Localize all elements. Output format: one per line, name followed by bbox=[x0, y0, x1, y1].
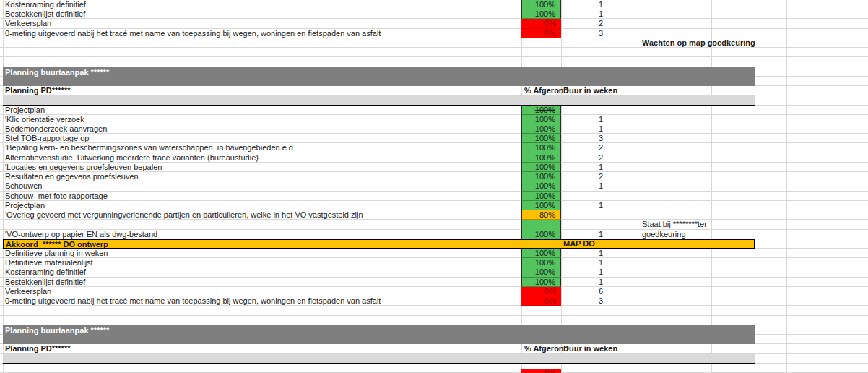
task-cell[interactable]: Kostenraming definitief bbox=[5, 0, 868, 9]
table-row: 0-meting uitgevoerd nabij het tracé met … bbox=[0, 296, 868, 306]
table-row: Resultaten en gegevens proefsleuven100%2 bbox=[0, 172, 868, 181]
percent-cell[interactable]: 100% bbox=[521, 249, 561, 258]
table-row: 'Locaties en gegevens proefsleuven bepal… bbox=[0, 163, 868, 172]
duration-column-header[interactable]: Duur in weken bbox=[563, 344, 617, 353]
percent-cell[interactable]: 100% bbox=[521, 278, 561, 287]
table-row: Bestekkenlijst definitief100%1 bbox=[0, 278, 868, 287]
task-cell[interactable]: 'VO-ontwerp op papier EN als dwg-bestand bbox=[5, 230, 868, 239]
percent-cell[interactable]: 100% bbox=[521, 201, 561, 210]
duration-cell[interactable]: 1 bbox=[561, 181, 641, 191]
percent-cell[interactable]: 100% bbox=[521, 267, 561, 277]
task-cell[interactable]: Resultaten en gegevens proefsleuven bbox=[5, 172, 868, 181]
percent-cell[interactable]: 100% bbox=[521, 181, 561, 191]
map-do-label: MAP DO bbox=[563, 239, 595, 249]
akkoord-label: Akkoord ****** DO ontwerp bbox=[6, 240, 754, 248]
percent-cell[interactable]: 100% bbox=[521, 172, 561, 181]
task-cell[interactable]: 0-meting uitgevoerd nabij het tracé met … bbox=[5, 296, 868, 306]
task-cell[interactable]: 'Klic orientatie verzoek bbox=[5, 115, 868, 124]
duration-column-header[interactable]: Duur in weken bbox=[563, 86, 617, 95]
task-cell[interactable]: 'Locaties en gegevens proefsleuven bepal… bbox=[5, 163, 868, 172]
note-cell[interactable]: Staat bij ********ter bbox=[642, 220, 707, 229]
duration-cell[interactable]: 3 bbox=[561, 134, 641, 143]
task-cell[interactable]: Projectplan bbox=[5, 201, 868, 210]
percent-cell[interactable] bbox=[521, 220, 561, 229]
task-cell[interactable]: Projectplan bbox=[5, 106, 868, 115]
plan-title-cell[interactable]: Planning PD****** bbox=[5, 344, 868, 353]
note-cell[interactable]: goedkeuring bbox=[642, 230, 686, 239]
task-cell[interactable]: Verkeersplan bbox=[5, 287, 868, 296]
duration-cell[interactable]: 1 bbox=[561, 249, 641, 258]
percent-cell[interactable]: 0% bbox=[521, 296, 561, 306]
percent-cell[interactable]: 100% bbox=[521, 230, 561, 239]
duration-cell[interactable]: 2 bbox=[561, 19, 641, 28]
plan-title-cell[interactable]: Planning PD****** bbox=[5, 86, 868, 95]
percent-column-header[interactable]: % Afgerond bbox=[524, 86, 568, 95]
subheader-gray-row[interactable] bbox=[3, 95, 755, 105]
percent-cell[interactable]: 100% bbox=[521, 106, 561, 115]
percent-cell[interactable]: 100% bbox=[521, 258, 561, 267]
task-cell[interactable]: Bestekkenlijst definitief bbox=[5, 9, 868, 19]
note-cell[interactable]: Wachten op map goedkeuring bbox=[642, 38, 755, 48]
task-cell[interactable]: Verkeersplan bbox=[5, 19, 868, 28]
table-row: 'Klic orientatie verzoek100%1 bbox=[0, 115, 868, 124]
percent-cell[interactable]: 100% bbox=[521, 9, 561, 19]
table-row: Definitieve planning in weken100%1 bbox=[0, 249, 868, 258]
table-row: Schouwen100%1 bbox=[0, 181, 868, 191]
task-cell[interactable]: 'Bepaling kern- en beschermingszones van… bbox=[5, 143, 868, 153]
empty-row bbox=[0, 316, 868, 325]
table-row: 0% bbox=[0, 369, 868, 373]
duration-cell[interactable]: 1 bbox=[561, 9, 641, 19]
task-cell[interactable]: Stel TOB-rapportage op bbox=[5, 134, 868, 143]
percent-cell[interactable]: 100% bbox=[521, 153, 561, 163]
colhead-row: Planning PD******% AfgerondDuur in weken bbox=[0, 344, 868, 353]
percent-cell[interactable]: 100% bbox=[521, 192, 561, 201]
percent-cell[interactable]: 0% bbox=[521, 287, 561, 296]
task-cell[interactable]: Alternatievenstudie. Uitwerking meerdere… bbox=[5, 153, 868, 163]
grayrow-row bbox=[0, 95, 868, 105]
task-cell[interactable]: Bodemonderzoek aanvragen bbox=[5, 124, 868, 134]
section-header-band[interactable]: Planning buurtaanpak ****** bbox=[3, 325, 755, 344]
percent-cell[interactable]: 0% bbox=[521, 29, 561, 38]
akkoord-row[interactable]: Akkoord ****** DO ontwerp bbox=[3, 239, 755, 249]
section-header-band[interactable]: Planning buurtaanpak ****** bbox=[3, 67, 755, 86]
duration-cell[interactable]: 2 bbox=[561, 153, 641, 163]
duration-cell[interactable]: 1 bbox=[561, 258, 641, 267]
task-cell[interactable]: Bestekkenlijst definitief bbox=[5, 278, 868, 287]
duration-cell[interactable]: 1 bbox=[561, 124, 641, 134]
task-cell[interactable]: 0-meting uitgevoerd nabij het tracé met … bbox=[5, 29, 868, 38]
task-cell[interactable]: Schouwen bbox=[5, 181, 868, 191]
percent-cell[interactable]: 100% bbox=[521, 115, 561, 124]
percent-cell[interactable]: 0% bbox=[521, 369, 561, 373]
duration-cell[interactable]: 2 bbox=[561, 172, 641, 181]
duration-cell[interactable]: 3 bbox=[561, 296, 641, 306]
section-title: Planning buurtaanpak ****** bbox=[5, 326, 755, 344]
table-row: Bestekkenlijst definitief100%1 bbox=[0, 9, 868, 19]
duration-cell[interactable]: 2 bbox=[561, 143, 641, 153]
duration-cell[interactable]: 1 bbox=[561, 201, 641, 210]
duration-cell[interactable]: 1 bbox=[561, 267, 641, 277]
empty-row bbox=[0, 57, 868, 67]
task-cell[interactable]: Definitieve materialenlijst bbox=[5, 258, 868, 267]
subheader-gray-row[interactable] bbox=[3, 354, 755, 364]
percent-cell[interactable]: 100% bbox=[521, 143, 561, 153]
akkoord-row: Akkoord ****** DO ontwerpMAP DO bbox=[0, 239, 868, 249]
task-cell[interactable]: 'Overleg gevoerd met vergunningverlenend… bbox=[5, 210, 868, 220]
empty-row bbox=[0, 306, 868, 315]
task-cell[interactable]: Schouw- met foto rapportage bbox=[5, 192, 868, 201]
percent-cell[interactable]: 100% bbox=[521, 163, 561, 172]
percent-cell[interactable]: 80% bbox=[521, 210, 561, 220]
task-cell[interactable]: Kostenraming definitief bbox=[5, 267, 868, 277]
percent-cell[interactable]: 0% bbox=[521, 19, 561, 28]
duration-cell[interactable]: 6 bbox=[561, 287, 641, 296]
percent-cell[interactable]: 100% bbox=[521, 0, 561, 9]
task-cell[interactable]: Definitieve planning in weken bbox=[5, 249, 868, 258]
percent-cell[interactable]: 100% bbox=[521, 124, 561, 134]
duration-cell[interactable]: 3 bbox=[561, 29, 641, 38]
duration-cell[interactable]: 1 bbox=[561, 278, 641, 287]
duration-cell[interactable]: 1 bbox=[561, 163, 641, 172]
duration-cell[interactable]: 1 bbox=[561, 0, 641, 9]
percent-cell[interactable]: 100% bbox=[521, 134, 561, 143]
duration-cell[interactable]: 1 bbox=[561, 230, 641, 239]
percent-column-header[interactable]: % Afgerond bbox=[524, 344, 568, 353]
duration-cell[interactable]: 1 bbox=[561, 115, 641, 124]
